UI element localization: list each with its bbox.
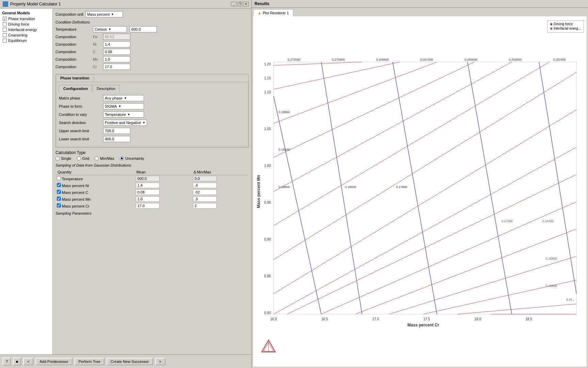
comp-c-input[interactable] <box>103 49 130 55</box>
radio-single-circle[interactable] <box>55 156 60 160</box>
condition-to-vary-dropdown[interactable]: Temperature ▼ <box>103 111 144 118</box>
gaussian-c-checkbox[interactable] <box>57 190 61 194</box>
plot-renderer-tab[interactable]: ▲ Plot Renderer 1 <box>253 9 293 16</box>
description-tab[interactable]: Description <box>92 85 120 92</box>
create-successor-button[interactable]: Create New Successor <box>107 358 153 365</box>
condition-definitions-label: Condition Definitions <box>55 20 249 24</box>
minimize-button[interactable]: _ <box>231 2 236 6</box>
radio-minmax[interactable]: Min/Max <box>95 156 114 160</box>
gaussian-mn-mean[interactable] <box>136 196 160 202</box>
comp-ni-input[interactable] <box>103 41 130 47</box>
triangle-logo <box>260 338 277 356</box>
add-predecessor-button[interactable]: Add Predecessor <box>35 358 72 365</box>
svg-text:0.265600: 0.265600 <box>464 58 477 61</box>
phase-to-form-label: Phase to form <box>59 104 103 108</box>
driving-force-checkbox[interactable] <box>3 22 7 26</box>
composition-unit-row: Composition unit Mass percent ▼ <box>55 11 249 17</box>
condition-to-vary-label: Condition to vary <box>59 112 103 117</box>
gaussian-ni-label: Mass percent Ni <box>62 184 89 188</box>
svg-text:Mass percent Mn: Mass percent Mn <box>256 175 261 208</box>
phase-to-form-dropdown[interactable]: SIGMA ▼ <box>103 103 144 109</box>
sidebar-item-coarsening[interactable]: Coarsening <box>0 32 52 38</box>
comp-fe-label: Composition <box>55 35 93 39</box>
plot-tab-bar: ▲ Plot Renderer 1 <box>252 8 588 16</box>
search-direction-label: Search direction <box>59 121 103 125</box>
stop-button[interactable]: ■ <box>13 357 21 366</box>
results-panel: Results ▲ Plot Renderer 1 0.272000 0.270… <box>252 0 588 368</box>
svg-text:0.262400: 0.262400 <box>553 58 566 61</box>
gaussian-c-mean[interactable] <box>136 189 160 195</box>
config-tab[interactable]: Configuration <box>59 85 92 92</box>
radio-uncertainty-circle[interactable] <box>120 156 124 160</box>
gaussian-mn-checkbox[interactable] <box>57 197 61 201</box>
comp-mn-input[interactable] <box>103 56 130 62</box>
upper-search-limit-input[interactable] <box>103 128 130 134</box>
radio-grid[interactable]: Grid <box>77 156 89 160</box>
gaussian-label: Sampling of Data from Gaussian Distribut… <box>55 163 249 167</box>
restore-button[interactable]: ❐ <box>237 2 243 6</box>
phase-transition-tab[interactable]: Phase transition <box>56 74 94 82</box>
gaussian-temp-checkbox[interactable] <box>57 176 61 180</box>
svg-text:0.267200: 0.267200 <box>420 58 433 61</box>
gaussian-c-delta[interactable] <box>193 189 217 195</box>
perform-tree-button[interactable]: Perform Tree <box>75 358 104 365</box>
radio-single[interactable]: Single <box>55 156 71 160</box>
comp-ni-element: Ni <box>93 42 103 46</box>
sidebar-item-phase-transition[interactable]: ✓ Phase transition <box>0 16 52 21</box>
lower-search-limit-input[interactable] <box>103 136 130 142</box>
svg-text:17.5: 17.5 <box>423 317 430 321</box>
gaussian-ni-delta[interactable] <box>193 183 217 188</box>
gaussian-ni-mean[interactable] <box>136 183 160 188</box>
matrix-phase-dropdown[interactable]: Any phase ▼ <box>103 95 144 101</box>
matrix-phase-label: Matrix phase <box>59 96 103 100</box>
sidebar: General Models ✓ Phase transition Drivin… <box>0 9 53 354</box>
config-panel: Composition unit Mass percent ▼ Conditio… <box>53 9 251 354</box>
gaussian-col-delta: Δ Min/Max <box>192 169 249 175</box>
sidebar-label-interfacial-energy: Interfacial energy <box>8 28 37 32</box>
gaussian-ni-checkbox[interactable] <box>57 183 61 187</box>
comp-cr-element: Cr <box>93 65 103 69</box>
temperature-unit-dropdown[interactable]: Celsius ▼ <box>93 26 127 32</box>
coarsening-checkbox[interactable] <box>3 33 7 37</box>
sidebar-item-driving-force[interactable]: Driving force <box>0 21 52 27</box>
gaussian-cr-delta[interactable] <box>193 203 217 209</box>
legend-interfacial-energy-icon <box>550 28 552 30</box>
comp-fe-input <box>103 34 130 40</box>
dropdown-arrow-icon: ▼ <box>111 13 114 16</box>
radio-grid-circle[interactable] <box>77 156 81 160</box>
search-direction-row: Search direction Positive and Negative ▼ <box>59 120 245 126</box>
svg-text:17.0: 17.0 <box>372 317 379 321</box>
composition-unit-dropdown[interactable]: Mass percent ▼ <box>85 11 123 17</box>
search-direction-dropdown[interactable]: Positive and Negative ▼ <box>103 120 147 126</box>
radio-single-label: Single <box>61 156 71 160</box>
interfacial-energy-checkbox[interactable] <box>3 28 7 32</box>
help-button[interactable]: ? <box>3 357 11 366</box>
svg-text:18.0: 18.0 <box>474 317 481 321</box>
calc-icon <box>3 1 8 7</box>
next-button[interactable]: > <box>155 358 165 365</box>
sidebar-item-equilibrium[interactable]: Equilibrium <box>0 38 52 43</box>
gaussian-mn-delta[interactable] <box>193 196 217 202</box>
gaussian-col-quantity: Quantity <box>55 169 134 175</box>
upper-search-limit-row: Upper search limit <box>59 128 245 134</box>
sidebar-item-interfacial-energy[interactable]: Interfacial energy <box>0 27 52 32</box>
phase-transition-checkbox[interactable]: ✓ <box>3 17 7 21</box>
matrix-phase-row: Matrix phase Any phase ▼ <box>59 95 245 101</box>
close-button[interactable]: ✕ <box>243 2 249 6</box>
svg-text:1.20: 1.20 <box>264 62 271 66</box>
comp-cr-input[interactable] <box>103 64 130 70</box>
prev-button[interactable]: < <box>23 358 33 365</box>
sidebar-label-coarsening: Coarsening <box>8 33 27 37</box>
gaussian-cr-checkbox[interactable] <box>57 203 61 208</box>
legend-interfacial-energy-label: Interfacial energ... <box>554 27 581 30</box>
radio-uncertainty[interactable]: Uncertainty <box>120 156 144 160</box>
gaussian-temp-mean <box>136 176 160 181</box>
svg-text:0.264000: 0.264000 <box>509 58 522 61</box>
condition-to-vary-arrow-icon: ▼ <box>127 113 130 116</box>
radio-minmax-circle[interactable] <box>95 156 99 160</box>
comp-mn-row: Composition Mn <box>55 56 249 62</box>
equilibrium-checkbox[interactable] <box>3 39 7 43</box>
temperature-row: Temperature Celsius ▼ <box>55 26 249 32</box>
temperature-value-input[interactable] <box>130 26 157 32</box>
gaussian-cr-mean[interactable] <box>136 203 160 209</box>
